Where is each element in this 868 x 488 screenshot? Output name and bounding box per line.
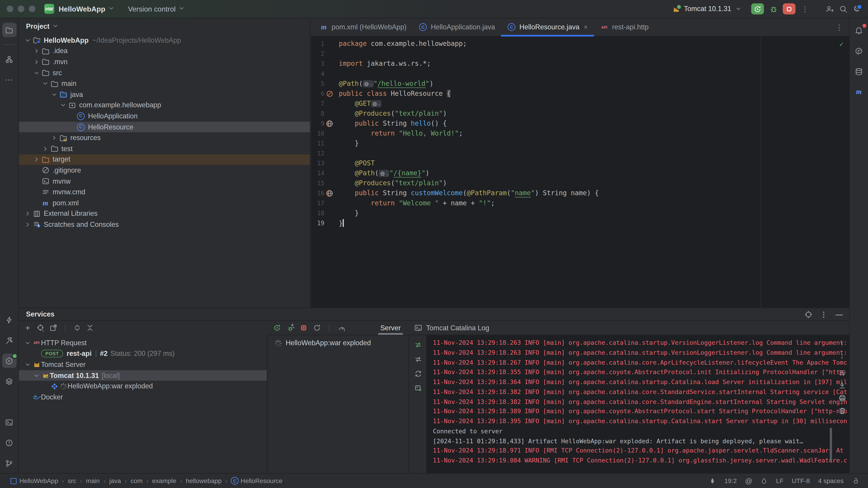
status-widget-19-2[interactable]: 19:2 — [724, 477, 737, 484]
services-target-dd-button[interactable] — [36, 323, 45, 332]
console-stop-red-button[interactable] — [299, 323, 308, 332]
code-line-15[interactable]: 15 @Produces("text/plain") — [311, 178, 849, 188]
search-everywhere-button[interactable] — [839, 4, 847, 13]
tab-rest-api-http[interactable]: APIrest-api.http — [594, 18, 655, 36]
console-tab-server[interactable]: Server — [376, 321, 405, 335]
console-trash-button[interactable] — [837, 406, 846, 415]
vcs-menu[interactable]: Version control — [128, 5, 176, 13]
tree-item-main[interactable]: main — [19, 78, 310, 89]
console-down-button[interactable]: ↓ — [837, 352, 846, 361]
tab-helloapplication-java[interactable]: CHelloApplication.java — [412, 18, 501, 36]
status-widget-utf-8[interactable]: UTF-8 — [792, 477, 810, 484]
chevron-down-icon[interactable] — [23, 37, 32, 44]
chevron-down-icon[interactable] — [23, 339, 32, 347]
code-line-8[interactable]: 8 @Produces("text/plain") — [311, 108, 849, 119]
run-configuration-selector[interactable]: Tomcat 10.1.31 — [672, 4, 742, 13]
code-line-9[interactable]: 9 public String hello() { — [311, 119, 849, 128]
tree-item-src[interactable]: src — [19, 67, 310, 78]
jaxrs-resource-gutter-icon[interactable] — [325, 89, 334, 98]
chevron-down-icon[interactable] — [32, 69, 41, 76]
services-open-new-button[interactable] — [49, 323, 58, 332]
rail-button-database[interactable] — [852, 64, 866, 78]
chevron-right-icon[interactable] — [23, 221, 32, 228]
rerun-button[interactable] — [751, 3, 764, 14]
breadcrumb-item[interactable]: hellowebapp — [186, 477, 221, 484]
url-inlay-chip[interactable]: ⌄ — [363, 80, 373, 88]
rail-button-dependencies[interactable] — [2, 374, 17, 389]
code-with-me-button[interactable] — [825, 4, 834, 13]
url-inlay-chip[interactable]: ⌄ — [379, 170, 390, 177]
rail-button-more-tools[interactable]: ⋯ — [2, 72, 17, 87]
window-minimize-button[interactable] — [18, 5, 24, 12]
deploy-gray-button[interactable] — [413, 355, 422, 363]
code-line-16[interactable]: 16 public String customWelcome(@PathPara… — [311, 188, 849, 198]
window-maximize-button[interactable] — [29, 5, 35, 12]
inspection-status-icon[interactable]: ✓ — [839, 40, 844, 48]
tab-list-button[interactable]: ⋮ — [835, 23, 844, 31]
console-up-button[interactable]: ↑ — [837, 339, 846, 348]
console-scrollbar[interactable] — [830, 428, 832, 461]
tab-helloresource-java[interactable]: CHelloResource.java× — [501, 18, 594, 36]
project-panel-header[interactable]: Project — [19, 18, 310, 35]
http-endpoint-gutter-icon[interactable] — [325, 119, 334, 128]
chevron-right-icon[interactable] — [23, 210, 32, 217]
tree-item-resources[interactable]: resources — [19, 132, 310, 143]
tree-item-com-example-hellowebapp[interactable]: com.example.hellowebapp — [19, 100, 310, 111]
breadcrumb-item[interactable]: java — [109, 477, 121, 484]
tree-item-hellowebapp[interactable]: HelloWebApp~/IdeaProjects/HelloWebApp — [19, 35, 310, 46]
status-widget[interactable] — [709, 477, 716, 484]
server-console[interactable]: 11-Nov-2024 13:29:18.263 INFO [main] org… — [426, 335, 849, 473]
rail-button-build[interactable] — [2, 333, 17, 348]
breadcrumb-item[interactable]: HelloWebApp — [10, 477, 58, 484]
project-menu[interactable]: HelloWebApp — [59, 5, 105, 13]
console-refresh-button[interactable] — [312, 323, 321, 332]
console-print-button[interactable] — [837, 393, 846, 402]
services-hide-button[interactable]: — — [835, 310, 844, 319]
chevron-down-icon[interactable] — [50, 91, 59, 98]
status-widget-lf[interactable]: LF — [776, 477, 783, 484]
status-widget[interactable] — [761, 477, 768, 484]
code-line-1[interactable]: 1package com.example.hellowebapp; — [311, 39, 849, 48]
tab-pom-xml-hellowebapp-[interactable]: mpom.xml (HelloWebApp) — [313, 18, 412, 36]
rail-button-run-anything[interactable] — [2, 313, 17, 327]
rail-button-services[interactable] — [2, 354, 17, 368]
code-line-11[interactable]: 11 } — [311, 138, 849, 148]
code-line-18[interactable]: 18 } — [311, 208, 849, 218]
rail-button-notifications[interactable] — [852, 23, 866, 38]
rail-button-ai-assistant[interactable] — [852, 43, 866, 58]
deploy-green-button[interactable] — [413, 340, 422, 349]
rail-button-problems[interactable] — [2, 435, 17, 450]
tree-item--idea[interactable]: .idea — [19, 46, 310, 57]
service-item-hellowebapp-war-exploded[interactable]: HelloWebApp:war exploded — [19, 381, 267, 392]
tree-item-helloapplication[interactable]: CHelloApplication — [19, 111, 310, 122]
close-tab-icon[interactable]: × — [584, 23, 588, 31]
service-item-tomcat-10-1-31[interactable]: Tomcat 10.1.31 [local] — [19, 370, 267, 381]
chevron-right-icon[interactable] — [32, 47, 41, 55]
url-inlay-chip[interactable]: ⌄ — [371, 100, 381, 107]
tree-item-target[interactable]: target — [19, 154, 310, 165]
chevron-down-icon[interactable] — [59, 102, 68, 109]
status-widget[interactable]: @ — [745, 477, 752, 484]
stop-button[interactable] — [783, 3, 796, 14]
rail-button-project-folder[interactable] — [2, 23, 17, 37]
code-line-12[interactable]: 12 — [311, 148, 849, 158]
console-rerun-svc-button[interactable] — [272, 323, 281, 332]
breadcrumb-item[interactable]: main — [86, 477, 100, 484]
breadcrumb-item[interactable]: CHelloResource — [231, 477, 282, 484]
code-line-6[interactable]: 6public class HelloResource { — [311, 89, 849, 98]
console-gauge-button[interactable] — [337, 323, 346, 332]
file-down-button[interactable] — [413, 383, 422, 392]
status-widget-4-spaces[interactable]: 4 spaces — [818, 477, 844, 484]
services-add-button[interactable]: + — [23, 323, 32, 332]
http-endpoint-gutter-icon[interactable] — [325, 189, 334, 197]
code-line-13[interactable]: 13 @POST — [311, 158, 849, 168]
more-actions-button[interactable]: ⋮ — [800, 4, 809, 13]
code-line-2[interactable]: 2 — [311, 49, 849, 59]
chevron-right-icon[interactable] — [32, 58, 41, 66]
code-line-17[interactable]: 17 return "Welcome " + name + "!"; — [311, 198, 849, 208]
breadcrumb-item[interactable]: com — [131, 477, 143, 484]
tree-item--mvn[interactable]: .mvn — [19, 57, 310, 67]
tree-item-mvnw[interactable]: mvnw — [19, 176, 310, 187]
chevron-right-icon[interactable] — [50, 134, 59, 141]
rail-button-terminal[interactable] — [2, 415, 17, 429]
